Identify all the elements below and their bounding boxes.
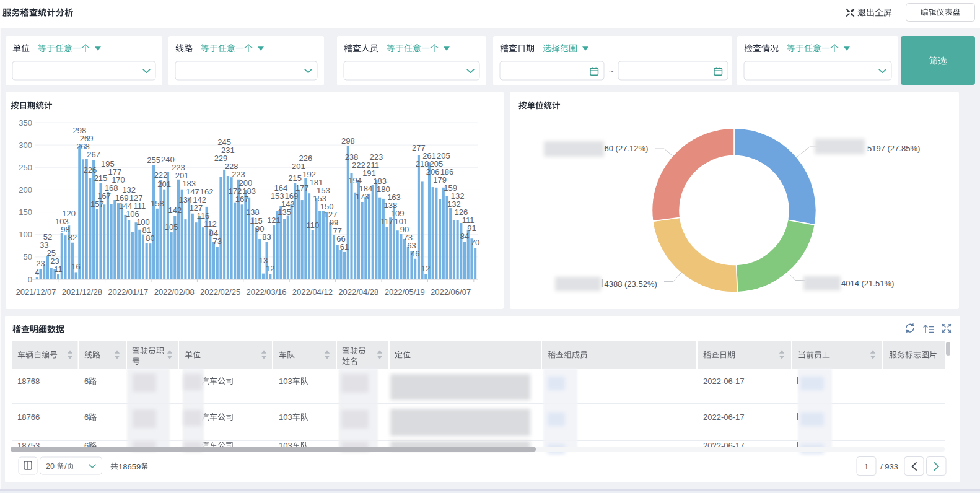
svg-text:1: 1 bbox=[864, 462, 868, 471]
svg-text:120: 120 bbox=[62, 209, 76, 218]
svg-text:82: 82 bbox=[68, 233, 77, 242]
svg-text:2022/06/07: 2022/06/07 bbox=[431, 287, 471, 297]
svg-text:2022-06-17: 2022-06-17 bbox=[703, 412, 745, 422]
svg-text:61: 61 bbox=[340, 242, 349, 251]
svg-text:138: 138 bbox=[246, 207, 260, 217]
svg-text:205: 205 bbox=[437, 151, 450, 160]
svg-text:20: 20 bbox=[46, 462, 55, 471]
svg-text:6: 6 bbox=[84, 412, 89, 422]
svg-text:300: 300 bbox=[19, 141, 32, 150]
svg-text:103: 103 bbox=[279, 377, 292, 386]
svg-text:50: 50 bbox=[24, 252, 32, 261]
svg-text:183: 183 bbox=[242, 186, 256, 196]
svg-text:18768: 18768 bbox=[17, 377, 40, 386]
svg-text:46: 46 bbox=[411, 249, 419, 258]
svg-text:2021/12/28: 2021/12/28 bbox=[62, 287, 102, 297]
svg-text:4014 (21.51%): 4014 (21.51%) bbox=[841, 279, 894, 288]
svg-text:52: 52 bbox=[43, 232, 52, 242]
svg-text:167: 167 bbox=[235, 194, 249, 204]
svg-text:2021/12/07: 2021/12/07 bbox=[15, 287, 56, 297]
svg-text:226: 226 bbox=[299, 154, 313, 163]
svg-text:2022/01/17: 2022/01/17 bbox=[108, 287, 148, 297]
svg-text:11: 11 bbox=[54, 264, 63, 274]
svg-text:2022/04/28: 2022/04/28 bbox=[338, 287, 378, 297]
svg-text:169: 169 bbox=[285, 191, 299, 201]
svg-text:18766: 18766 bbox=[17, 412, 40, 422]
svg-text:23: 23 bbox=[36, 259, 45, 268]
svg-text:142: 142 bbox=[193, 195, 206, 204]
svg-text:167: 167 bbox=[97, 191, 111, 201]
svg-text:223: 223 bbox=[370, 152, 383, 162]
svg-text:267: 267 bbox=[87, 150, 100, 159]
svg-text:4388 (23.52%): 4388 (23.52%) bbox=[605, 279, 657, 289]
svg-text:117: 117 bbox=[380, 217, 393, 226]
svg-text:222: 222 bbox=[154, 170, 168, 180]
svg-text:177: 177 bbox=[295, 183, 309, 193]
svg-text:231: 231 bbox=[221, 146, 235, 155]
svg-text:186: 186 bbox=[440, 167, 454, 177]
svg-text:/ 933: / 933 bbox=[880, 462, 898, 471]
svg-text:4: 4 bbox=[35, 268, 39, 277]
svg-text:298: 298 bbox=[341, 136, 355, 146]
svg-text:18659: 18659 bbox=[118, 462, 141, 471]
svg-text:112: 112 bbox=[204, 219, 217, 229]
svg-text:2022/03/16: 2022/03/16 bbox=[246, 287, 286, 297]
svg-text:60 (27.12%): 60 (27.12%) bbox=[605, 144, 649, 153]
svg-text:73: 73 bbox=[213, 237, 222, 246]
svg-text:215: 215 bbox=[94, 173, 108, 183]
svg-text:143: 143 bbox=[281, 199, 295, 209]
svg-text:~: ~ bbox=[609, 66, 614, 76]
svg-text:269: 269 bbox=[80, 134, 94, 143]
svg-text:170: 170 bbox=[112, 175, 125, 185]
svg-text:2022-06-17: 2022-06-17 bbox=[703, 377, 745, 386]
svg-text:103: 103 bbox=[279, 412, 292, 422]
svg-text:2022/05/19: 2022/05/19 bbox=[385, 287, 425, 297]
svg-text:80: 80 bbox=[146, 233, 154, 243]
svg-text:135: 135 bbox=[278, 207, 291, 217]
svg-text:255: 255 bbox=[147, 155, 160, 165]
svg-text:/: / bbox=[64, 462, 67, 471]
svg-text:0: 0 bbox=[28, 275, 32, 284]
svg-text:2022/04/12: 2022/04/12 bbox=[292, 287, 333, 297]
svg-text:162: 162 bbox=[200, 187, 214, 196]
svg-text:2022/02/08: 2022/02/08 bbox=[154, 287, 195, 297]
svg-text:168: 168 bbox=[105, 183, 118, 193]
svg-text:250: 250 bbox=[19, 163, 32, 172]
svg-text:16: 16 bbox=[71, 262, 80, 271]
svg-text:201: 201 bbox=[157, 180, 171, 189]
svg-text:200: 200 bbox=[19, 185, 32, 194]
svg-text:6: 6 bbox=[84, 377, 89, 386]
svg-text:211: 211 bbox=[366, 160, 379, 170]
svg-text:158: 158 bbox=[151, 199, 164, 208]
svg-text:223: 223 bbox=[232, 170, 245, 179]
svg-text:2022/02/25: 2022/02/25 bbox=[200, 287, 240, 297]
svg-text:100: 100 bbox=[19, 230, 32, 239]
svg-text:142: 142 bbox=[168, 206, 182, 215]
svg-text:91: 91 bbox=[467, 224, 476, 233]
svg-text:150: 150 bbox=[19, 207, 32, 217]
svg-text:84: 84 bbox=[460, 232, 469, 241]
svg-text:184: 184 bbox=[359, 184, 372, 193]
svg-text:12: 12 bbox=[266, 264, 274, 273]
svg-text:83: 83 bbox=[262, 232, 271, 242]
svg-text:12: 12 bbox=[421, 264, 430, 273]
svg-text:350: 350 bbox=[19, 118, 32, 128]
svg-text:105: 105 bbox=[165, 222, 178, 232]
svg-text:5197 (27.85%): 5197 (27.85%) bbox=[867, 144, 920, 153]
svg-text:70: 70 bbox=[471, 238, 479, 247]
svg-text:157: 157 bbox=[90, 199, 104, 209]
svg-text:111: 111 bbox=[133, 201, 146, 211]
svg-text:215: 215 bbox=[288, 173, 302, 183]
svg-text:121: 121 bbox=[267, 216, 281, 225]
svg-text:163: 163 bbox=[387, 193, 401, 202]
svg-text:153: 153 bbox=[317, 186, 330, 195]
svg-text:110: 110 bbox=[306, 220, 319, 230]
svg-text:173: 173 bbox=[356, 192, 369, 201]
svg-text:132: 132 bbox=[451, 191, 465, 201]
